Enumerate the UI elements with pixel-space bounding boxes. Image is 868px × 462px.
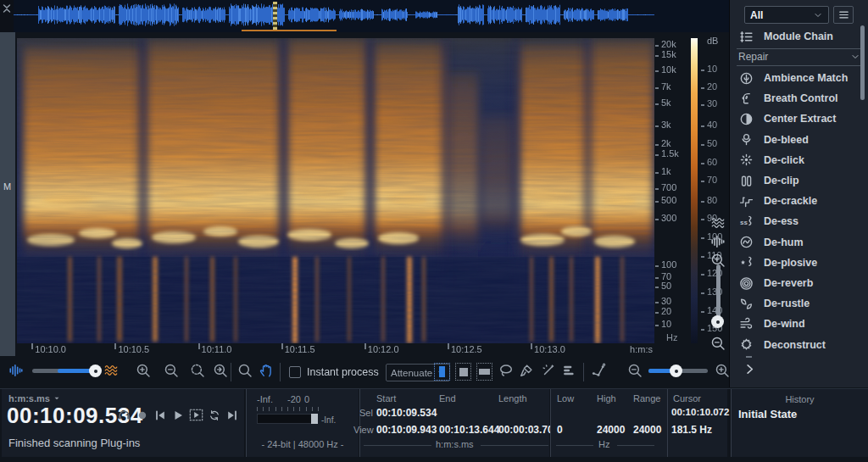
time-format-chevron-icon[interactable] xyxy=(53,394,61,403)
tick-label: 70 xyxy=(707,175,717,186)
view-start-value[interactable]: 00:10:09.943 xyxy=(376,424,437,436)
play-button[interactable] xyxy=(171,409,185,422)
go-to-end-button[interactable] xyxy=(225,409,239,422)
module-item-de-reverb[interactable]: De-reverb xyxy=(738,274,813,292)
category-repair-header[interactable]: Repair xyxy=(738,51,860,63)
db-colorbar xyxy=(691,38,698,343)
grab-hand-tool[interactable] xyxy=(259,363,274,378)
selection-unit-label[interactable]: h:m:s.ms xyxy=(436,439,474,449)
monitor-headphones-button[interactable] xyxy=(117,408,131,422)
module-item-deconstruct[interactable]: Deconstruct xyxy=(738,336,826,354)
meter-scale-max-label: 0 xyxy=(304,394,309,404)
spectrogram-display[interactable] xyxy=(17,38,654,343)
module-item-de-hum[interactable]: De-hum xyxy=(738,233,804,252)
vertical-zoom-slider-handle[interactable] xyxy=(711,315,724,328)
transport-controls xyxy=(117,408,239,422)
module-item-de-ess[interactable]: ssDe-ess xyxy=(738,212,798,231)
tick-label: 30 xyxy=(707,99,717,109)
axis-unit-label: h:m:s xyxy=(630,344,653,354)
module-item-ambience-match[interactable]: Ambience Match xyxy=(738,69,848,87)
lasso-selection-tool[interactable] xyxy=(498,363,514,378)
expand-more-chevron-icon[interactable] xyxy=(743,363,756,376)
overview-playhead-marker[interactable] xyxy=(273,2,277,30)
start-header: Start xyxy=(376,393,396,404)
brush-selection-tool[interactable] xyxy=(519,363,534,378)
h-zoom-slider-handle[interactable] xyxy=(670,365,682,377)
blend-slider-handle[interactable] xyxy=(89,365,102,377)
tick-label: 10:10.0 xyxy=(35,344,66,354)
length-header: Length xyxy=(498,393,527,404)
horizontal-zoom-out-icon[interactable] xyxy=(627,363,643,378)
spectrogram-view-icon[interactable] xyxy=(710,215,726,231)
tick-mark xyxy=(655,265,659,267)
history-item-initial-state[interactable]: Initial State xyxy=(738,408,797,420)
process-mode-value: Attenuate xyxy=(391,368,432,378)
loop-playback-button[interactable] xyxy=(208,409,221,422)
magic-wand-tool[interactable] xyxy=(541,363,556,378)
panel-resize-handle[interactable] xyxy=(746,356,752,358)
module-list-scrollbar[interactable] xyxy=(860,25,865,100)
zoom-history-button[interactable] xyxy=(213,363,228,378)
sel-start-value[interactable]: 00:10:09.534 xyxy=(376,407,437,419)
audio-format-info[interactable]: - 24-bit | 48000 Hz - xyxy=(247,439,359,449)
overview-view-range-indicator[interactable] xyxy=(242,30,337,31)
module-item-de-crackle[interactable]: De-crackle xyxy=(738,192,817,210)
vertical-zoom-out-icon[interactable] xyxy=(710,336,726,351)
spectrogram-blend-icon[interactable] xyxy=(103,363,119,378)
interpolate-points-tool[interactable] xyxy=(591,363,606,378)
module-item-breath-control[interactable]: Breath Control xyxy=(738,89,838,108)
return-to-start-button[interactable] xyxy=(153,409,167,422)
module-filter-value: All xyxy=(750,9,763,21)
harmonics-selection-tool[interactable] xyxy=(562,363,577,378)
waveform-view-icon[interactable] xyxy=(710,234,726,249)
play-selection-button[interactable] xyxy=(189,408,203,422)
divider-line xyxy=(617,445,654,446)
record-button[interactable] xyxy=(136,409,149,422)
waveform-overview[interactable] xyxy=(14,0,729,32)
zoom-out-button[interactable] xyxy=(164,363,179,378)
horizontal-zoom-in-icon[interactable] xyxy=(715,363,730,378)
tick-label: 300 xyxy=(661,214,676,224)
view-end-value[interactable]: 00:10:13.644 xyxy=(439,424,499,436)
vertical-zoom-slider[interactable] xyxy=(716,264,721,320)
divider-line xyxy=(364,445,431,446)
time-frequency-selection-tool[interactable] xyxy=(455,363,471,381)
tick-mark xyxy=(701,237,704,239)
de-crackle-icon xyxy=(738,193,754,209)
waveform-blend-icon[interactable] xyxy=(8,363,24,378)
instant-process-checkbox[interactable] xyxy=(289,366,301,378)
range-value[interactable]: 24000 xyxy=(633,424,661,436)
module-item-de-plosive[interactable]: De-plosive xyxy=(738,253,817,272)
module-item-de-wind[interactable]: De-wind xyxy=(738,314,805,333)
high-value[interactable]: 24000 xyxy=(597,424,625,436)
tick-mark xyxy=(701,311,704,313)
overview-collapse-corner[interactable] xyxy=(0,0,14,32)
tick-label: 50 xyxy=(707,138,717,148)
zoom-selection-button[interactable] xyxy=(190,363,205,378)
zoom-in-button[interactable] xyxy=(136,363,151,378)
module-item-de-click[interactable]: De-click xyxy=(738,151,804,170)
module-chain-label: Module Chain xyxy=(764,31,833,42)
freq-unit-label[interactable]: Hz xyxy=(598,439,609,449)
module-item-center-extract[interactable]: Center Extract xyxy=(738,109,836,128)
module-filter-dropdown[interactable]: All xyxy=(744,6,829,24)
tick-label: 1.5k xyxy=(661,149,679,159)
cursor-info-panel: Cursor 00:10:10.072 181.5 Hz xyxy=(667,389,727,457)
module-chain-item[interactable]: Module Chain xyxy=(738,27,833,46)
collapse-panel-icon[interactable] xyxy=(1,3,13,14)
low-value[interactable]: 0 xyxy=(557,424,563,436)
module-item-de-bleed[interactable]: De-bleed xyxy=(738,131,809,149)
view-row-label: View xyxy=(353,425,374,435)
tick-label: 5k xyxy=(661,97,671,108)
frequency-selection-tool[interactable] xyxy=(476,363,492,381)
level-meter[interactable] xyxy=(257,414,318,424)
channel-gutter: M xyxy=(0,32,15,356)
module-item-de-clip[interactable]: De-clip xyxy=(738,171,799,190)
channel-label[interactable]: M xyxy=(3,181,11,192)
module-panel-menu-button[interactable] xyxy=(833,6,854,24)
tick-mark xyxy=(655,144,659,146)
magnify-tool[interactable] xyxy=(237,363,253,378)
module-item-de-rustle[interactable]: De-rustle xyxy=(738,294,810,313)
overview-waveform-canvas[interactable] xyxy=(14,2,654,30)
time-selection-tool[interactable] xyxy=(434,363,450,381)
